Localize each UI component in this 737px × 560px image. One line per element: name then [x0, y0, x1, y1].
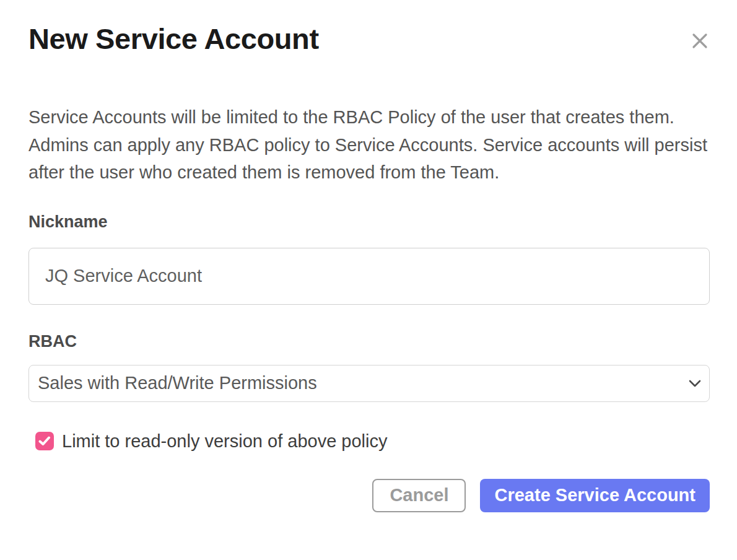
rbac-select[interactable]: Sales with Read/Write Permissions: [28, 365, 710, 402]
close-icon: [691, 32, 709, 50]
read-only-checkbox[interactable]: [35, 432, 54, 450]
chevron-down-icon: [689, 380, 701, 387]
nickname-label: Nickname: [28, 211, 710, 232]
rbac-selected-option: Sales with Read/Write Permissions: [38, 373, 317, 393]
read-only-checkbox-label: Limit to read-only version of above poli…: [62, 431, 387, 452]
rbac-label: RBAC: [28, 331, 710, 352]
modal-footer: Cancel Create Service Account: [28, 479, 710, 512]
create-service-account-button[interactable]: Create Service Account: [480, 479, 710, 512]
close-button[interactable]: [690, 31, 710, 51]
new-service-account-modal: New Service Account Service Accounts wil…: [0, 0, 737, 560]
modal-title: New Service Account: [28, 23, 710, 55]
check-icon: [38, 436, 51, 446]
modal-description: Service Accounts will be limited to the …: [28, 103, 710, 186]
nickname-input[interactable]: [28, 248, 710, 305]
read-only-checkbox-row[interactable]: Limit to read-only version of above poli…: [35, 431, 710, 452]
cancel-button[interactable]: Cancel: [372, 479, 466, 512]
